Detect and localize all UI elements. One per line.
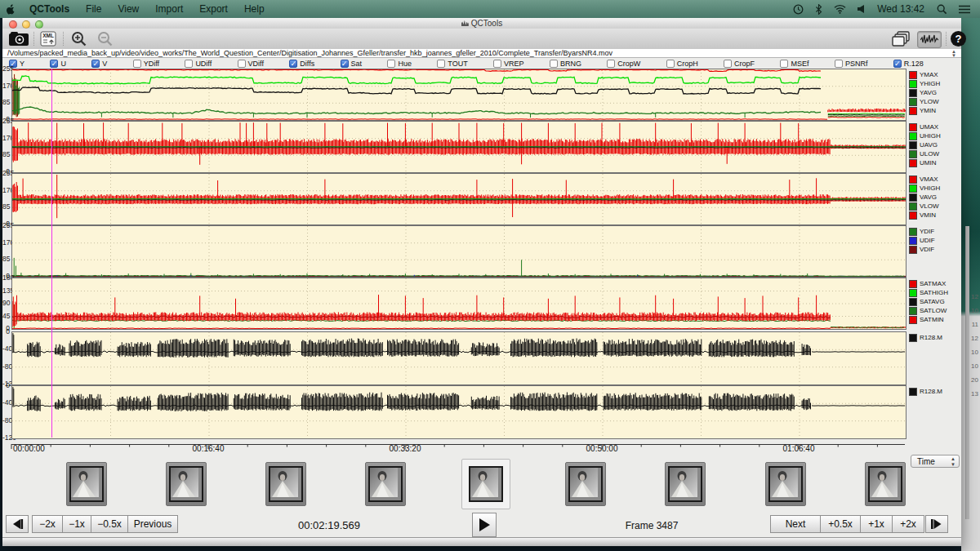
graph-panel-v[interactable]: 255170850VMAXVHIGHVAVGVLOWVMIN [2,173,961,224]
y-tick-label: 135 [2,287,10,294]
legend-label: SATAVG [920,298,945,305]
skip-backward-button[interactable] [6,515,29,533]
thumbnail-current-frame[interactable] [461,459,510,509]
legend-sat: SATMAXSATHIGHSATAVGSATLOWSATMIN [909,279,948,324]
legend-entry: YDIF [909,227,935,236]
spotlight-icon[interactable] [931,4,953,15]
speed-button-1x[interactable]: −1x [62,515,91,533]
legend-entry: VDIF [909,245,935,254]
legend-label: UDIF [920,237,935,244]
thumbnail-image [568,466,603,502]
legend-label: UMAX [920,123,938,131]
thumbnail-frame[interactable] [665,462,706,506]
wifi-icon[interactable] [828,4,852,14]
thumbnail-frame[interactable] [565,462,606,506]
notification-list-icon[interactable] [953,5,980,14]
bluetooth-icon[interactable] [809,4,828,15]
legend-diffs: YDIFUDIFVDIF [909,227,935,254]
speed-button-2x[interactable]: +2x [892,515,924,533]
menu-import[interactable]: Import [147,3,191,15]
menu-export[interactable]: Export [191,3,236,15]
y-tick-label: 170 [2,82,10,89]
volume-icon[interactable] [852,5,871,13]
legend-label: SATHIGH [920,289,948,296]
time-axis-label: 00:50:00 [553,444,651,453]
graph-panel-y[interactable]: 255170850YMAXYHIGHYAVGYLOWYMIN [2,69,961,119]
speed-button-Next[interactable]: Next [770,515,821,533]
graph-panel-audio2[interactable]: 0-40-80-120R128.M [2,385,961,438]
graph-panel-sat[interactable]: 18013590450SATMAXSATHIGHSATAVGSATLOWSATM… [2,278,961,328]
thumbnail-frame[interactable] [865,462,906,506]
legend-swatch [909,184,917,193]
legend-swatch [909,98,917,106]
legend-entry: YAVG [909,88,940,97]
legend-swatch [909,141,917,149]
thumbnail-frame[interactable] [365,462,406,506]
menu-app-name[interactable]: QCTools [21,3,78,15]
graph-panel-audio1[interactable]: 0-40-80-120R128.M [2,331,961,384]
y-tick-label: 255 [2,65,10,72]
legend-entry: UMIN [909,158,941,167]
speed-button-2x[interactable]: −2x [32,515,63,533]
menu-bar: QCTools File View Import Export Help Wed… [0,0,980,18]
playhead-cursor[interactable] [51,69,52,438]
play-button[interactable] [472,513,497,537]
time-unit-dropdown[interactable]: Time ▲▼ [911,455,960,468]
thumbnail-frame[interactable] [765,462,806,506]
speed-button-1x[interactable]: +1x [860,515,893,533]
thumbnail-frame[interactable] [66,462,107,506]
menu-file[interactable]: File [78,3,109,15]
legend-entry: YLOW [909,97,940,106]
apple-menu-icon[interactable] [0,3,21,15]
frame-number-display: Frame 3487 [592,520,711,531]
legend-entry: VHIGH [909,184,940,193]
thumbnail-image [668,466,702,502]
skip-forward-button[interactable] [925,515,948,533]
legend-entry: UDIF [909,236,935,245]
menu-clock[interactable]: Wed 13:42 [871,3,931,15]
legend-audio2: R128.M [909,387,942,396]
legend-swatch [909,202,917,211]
legend-label: R128.M [920,388,942,395]
legend-swatch [909,176,917,184]
legend-entry: VAVG [909,193,940,202]
thumbnail-frame[interactable] [265,462,306,506]
legend-entry: UAVG [909,140,941,149]
legend-label: YHIGH [920,80,940,87]
legend-label: SATMAX [920,280,946,287]
time-axis-label: 00:16:40 [159,444,257,453]
y-tick-label: -80 [2,363,10,370]
speed-button-05x[interactable]: +0.5x [820,515,861,533]
legend-swatch [909,132,917,140]
thumbnail-image [768,466,803,502]
legend-label: VMIN [920,211,936,219]
legend-swatch [909,211,917,220]
legend-swatch [909,71,917,79]
legend-label: YMAX [920,71,938,78]
legend-swatch [909,159,917,167]
legend-label: UHIGH [920,132,941,140]
legend-swatch [909,193,917,202]
graph-panel-diffs[interactable]: 255170850YDIFUDIFVDIF [2,225,961,276]
legend-label: VDIF [920,246,934,253]
time-axis-label: 00:33:20 [356,444,454,453]
legend-swatch [909,123,917,131]
legend-label: SATMIN [920,316,944,323]
transport-controls: 00:02:19.569 Frame 3487 −2x−1x−0.5xPrevi… [2,513,961,537]
menu-view[interactable]: View [109,3,147,15]
graph-panel-u[interactable]: 255170850UMAXUHIGHUAVGULOWUMIN [2,121,961,171]
y-tick-label: 255 [2,170,10,176]
legend-swatch [909,316,917,324]
thumbnail-frame[interactable] [166,462,207,506]
speed-button-05x[interactable]: −0.5x [91,515,128,533]
clock-icon[interactable] [787,4,809,15]
y-tick-label: 90 [2,300,10,306]
menu-help[interactable]: Help [236,3,273,15]
speed-button-Previous[interactable]: Previous [127,515,178,533]
legend-entry: R128.M [909,333,942,342]
y-tick-label: 0 [2,382,10,389]
legend-label: VMAX [920,176,938,183]
legend-label: VAVG [920,193,937,201]
thumbnail-image [269,466,303,502]
y-tick-label: 45 [2,313,10,319]
